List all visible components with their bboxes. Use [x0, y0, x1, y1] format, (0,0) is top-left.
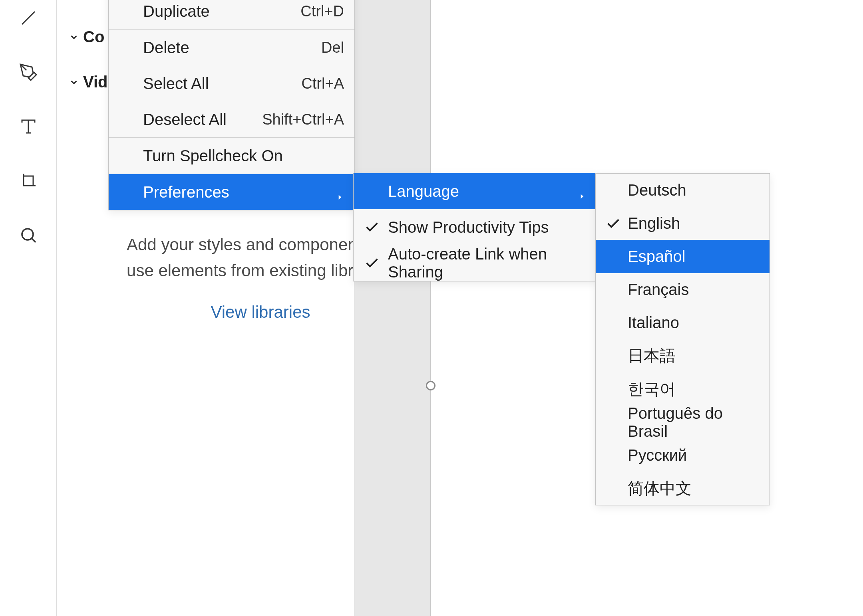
menu-label: Select All: [143, 75, 301, 93]
lang-item-simplified-chinese[interactable]: 简体中文: [596, 472, 770, 505]
menu-label: Português do Brasil: [628, 404, 759, 440]
text-tool-button[interactable]: [14, 113, 42, 141]
lang-item-italiano[interactable]: Italiano: [596, 306, 770, 339]
menu-label: Turn Spellcheck On: [143, 147, 344, 165]
svg-marker-7: [581, 194, 584, 199]
resize-handle[interactable]: [426, 381, 435, 390]
menu-label: Русский: [628, 446, 759, 464]
menu-item-auto-create-link[interactable]: Auto-create Link when Sharing: [354, 245, 597, 281]
check-icon: [364, 219, 380, 235]
svg-line-0: [22, 12, 35, 24]
artboard-edge: [430, 0, 431, 616]
menu-item-deselect-all[interactable]: Deselect All Shift+Ctrl+A: [109, 101, 354, 137]
pen-icon: [19, 63, 38, 82]
menu-label: Auto-create Link when Sharing: [388, 245, 586, 281]
menu-item-spellcheck[interactable]: Turn Spellcheck On: [109, 138, 354, 174]
menu-label: Español: [628, 248, 759, 265]
menu-item-duplicate[interactable]: Duplicate Ctrl+D: [109, 0, 354, 29]
menu-label: 日本語: [628, 345, 759, 367]
menu-label: Italiano: [628, 314, 759, 332]
left-toolbar: [0, 0, 57, 616]
menu-item-productivity-tips[interactable]: Show Productivity Tips: [354, 209, 597, 245]
lang-item-francais[interactable]: Français: [596, 273, 770, 306]
menu-label: Deutsch: [628, 181, 759, 199]
menu-item-delete[interactable]: Delete Del: [109, 30, 354, 65]
svg-marker-6: [339, 195, 342, 200]
menu-item-language[interactable]: Language: [354, 173, 597, 209]
artboard-icon: [19, 171, 38, 190]
artboard-tool-button[interactable]: [14, 167, 42, 195]
menu-label: Deselect All: [143, 111, 262, 129]
text-icon: [19, 117, 38, 136]
check-icon: [605, 216, 621, 232]
panel-section-label: Vid: [83, 73, 108, 91]
menu-shortcut: Del: [321, 39, 344, 56]
svg-line-4: [32, 238, 36, 242]
chevron-right-icon: [336, 187, 344, 197]
pen-tool-button[interactable]: [14, 58, 42, 86]
menu-label: Delete: [143, 39, 321, 57]
context-menu: Duplicate Ctrl+D Delete Del Select All C…: [108, 0, 355, 210]
language-submenu: Deutsch English Español Français Italian…: [595, 173, 770, 505]
menu-label: 简体中文: [628, 477, 759, 499]
chevron-down-icon: [69, 77, 79, 87]
preferences-submenu: Language Show Productivity Tips Auto-cre…: [353, 173, 597, 281]
lang-item-korean[interactable]: 한국어: [596, 372, 770, 406]
chevron-right-icon: [578, 186, 586, 196]
chevron-down-icon: [69, 32, 79, 42]
menu-shortcut: Ctrl+A: [301, 75, 344, 92]
svg-point-3: [22, 229, 33, 240]
panel-section-label: Co: [83, 28, 104, 46]
menu-label: Language: [388, 182, 570, 200]
search-icon: [19, 226, 38, 245]
line-tool-button[interactable]: [14, 4, 42, 32]
lang-item-japanese[interactable]: 日本語: [596, 339, 770, 372]
lang-item-espanol[interactable]: Español: [596, 240, 770, 273]
menu-item-preferences[interactable]: Preferences: [109, 174, 354, 210]
lang-item-english[interactable]: English: [596, 207, 770, 240]
check-icon: [364, 255, 380, 271]
lang-item-deutsch[interactable]: Deutsch: [596, 174, 770, 207]
menu-shortcut: Ctrl+D: [300, 3, 344, 20]
menu-shortcut: Shift+Ctrl+A: [262, 111, 344, 128]
menu-label: 한국어: [628, 378, 759, 400]
menu-label: Preferences: [143, 183, 328, 201]
menu-label: Show Productivity Tips: [388, 218, 586, 236]
menu-label: Français: [628, 281, 759, 299]
search-tool-button[interactable]: [14, 221, 42, 249]
lang-item-russian[interactable]: Русский: [596, 439, 770, 472]
menu-item-select-all[interactable]: Select All Ctrl+A: [109, 65, 354, 101]
menu-label: English: [628, 214, 759, 232]
lang-item-portuguese-br[interactable]: Português do Brasil: [596, 406, 770, 439]
menu-label: Duplicate: [143, 2, 300, 20]
line-icon: [19, 8, 38, 28]
